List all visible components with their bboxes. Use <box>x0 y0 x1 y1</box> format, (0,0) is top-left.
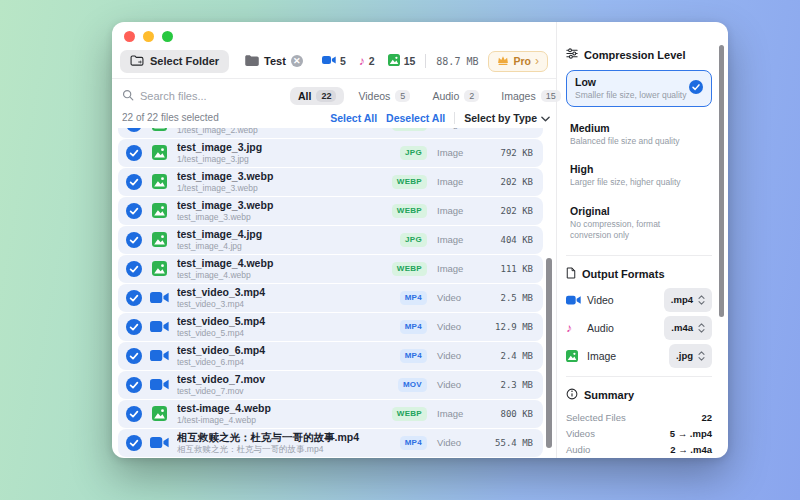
file-row[interactable]: test_image_3.webp 1/test_image_3.webp WE… <box>118 168 543 196</box>
file-pane: Select Folder Test ✕ 5 ♪ <box>112 22 556 458</box>
selected-folder-chip[interactable]: Test ✕ <box>245 55 303 68</box>
file-type: Image <box>437 176 481 187</box>
file-path: test_image_4.webp <box>177 270 387 281</box>
image-icon <box>388 54 400 68</box>
file-size: 12.9 MB <box>481 322 533 332</box>
image-file-icon <box>149 232 169 247</box>
image-file-icon <box>149 261 169 276</box>
video-file-icon <box>149 291 169 304</box>
stepper-chevrons-icon <box>698 319 705 337</box>
output-format-rows: ♪ Video .mp4 ♪ Audio .m4a ♪ Image .jpg <box>566 290 712 366</box>
summary-value: 5 → .mp4 <box>670 428 712 439</box>
filter-tab[interactable]: Audio 2 <box>424 87 487 105</box>
file-path: test_video_6.mp4 <box>177 357 387 368</box>
file-row[interactable]: test_video_6.mp4 test_video_6.mp4 MP4 Vi… <box>118 342 543 370</box>
compression-option[interactable]: Original No compression, format conversi… <box>566 203 712 243</box>
file-size: 800 KB <box>481 409 533 419</box>
file-list-scrollbar[interactable] <box>546 258 552 448</box>
file-row[interactable]: test_video_3.mp4 test_video_3.mp4 MP4 Vi… <box>118 284 543 312</box>
remove-folder-icon[interactable]: ✕ <box>291 55 303 67</box>
file-row[interactable]: test_image_3.jpg 1/test_image_3.jpg JPG … <box>118 139 543 167</box>
pro-badge[interactable]: Pro › <box>488 51 548 72</box>
format-select[interactable]: .mp4 <box>664 288 712 312</box>
file-row[interactable]: test-image_4.webp 1/test-image_4.webp WE… <box>118 400 543 428</box>
file-row[interactable]: test_image_4.webp test_image_4.webp WEBP… <box>118 255 543 283</box>
stepper-chevrons-icon <box>698 291 705 309</box>
file-checkbox[interactable] <box>126 319 142 335</box>
file-name: test_image_3.webp <box>177 170 387 183</box>
summary-row: Selected Files 22 <box>566 412 712 423</box>
file-name: 相互救赎之光：杜克与一哥的故事.mp4 <box>177 431 387 444</box>
tab-label: Videos <box>358 90 390 102</box>
file-type: Video <box>437 379 481 390</box>
file-row[interactable]: test_video_7.mov test_video_7.mov MOV Vi… <box>118 371 543 399</box>
sliders-icon <box>566 48 578 61</box>
file-size: 202 KB <box>481 177 533 187</box>
output-format-row: ♪ Audio .m4a <box>566 318 712 338</box>
summary-row: Videos 5 → .mp4 <box>566 428 712 439</box>
toolbar-divider <box>112 78 556 79</box>
format-badge: WEBP <box>392 128 427 131</box>
tab-count: 2 <box>464 90 479 102</box>
select-folder-button[interactable]: Select Folder <box>120 50 229 73</box>
summary-value: 2 → .m4a <box>670 444 712 455</box>
format-select[interactable]: .jpg <box>669 344 712 368</box>
deselect-all-button[interactable]: Deselect All <box>386 112 445 124</box>
app-window: Select Folder Test ✕ 5 ♪ <box>112 22 728 458</box>
chevron-down-icon <box>541 112 550 124</box>
compression-level-header: Compression Level <box>566 48 712 61</box>
format-badge: WEBP <box>392 175 427 189</box>
image-count: 15 <box>388 54 416 68</box>
file-checkbox[interactable] <box>126 232 142 248</box>
file-checkbox[interactable] <box>126 435 142 451</box>
file-checkbox[interactable] <box>126 261 142 277</box>
file-name: test-image_4.webp <box>177 402 387 415</box>
select-all-button[interactable]: Select All <box>330 112 377 124</box>
sidebar-scrollbar[interactable] <box>719 45 724 317</box>
file-name: test_image_4.webp <box>177 257 387 270</box>
file-row[interactable]: 相互救赎之光：杜克与一哥的故事.mp4 相互救赎之光：杜克与一哥的故事.mp4 … <box>118 429 543 457</box>
file-type: Image <box>437 263 481 274</box>
media-counts: 5 ♪ 2 15 <box>314 54 415 68</box>
file-checkbox[interactable] <box>126 128 142 132</box>
format-badge: WEBP <box>392 407 427 421</box>
option-description: Balanced file size and quality <box>570 136 688 147</box>
filter-tab[interactable]: Videos 5 <box>350 87 418 105</box>
file-path: 1/test_image_3.webp <box>177 183 387 194</box>
file-type: Video <box>437 350 481 361</box>
compression-option[interactable]: Low Smaller file size, lower quality <box>566 70 712 107</box>
file-checkbox[interactable] <box>126 377 142 393</box>
summary-header: Summary <box>566 388 712 402</box>
file-path: 相互救赎之光：杜克与一哥的故事.mp4 <box>177 444 387 455</box>
format-badge: JPG <box>400 146 427 160</box>
compression-option[interactable]: High Larger file size, higher quality <box>566 161 712 190</box>
file-row[interactable]: test_video_5.mp4 test_video_5.mp4 MP4 Vi… <box>118 313 543 341</box>
compression-option[interactable]: Medium Balanced file size and quality <box>566 120 712 149</box>
file-checkbox[interactable] <box>126 145 142 161</box>
file-checkbox[interactable] <box>126 290 142 306</box>
file-row[interactable]: test_image_2.webp 1/test_image_2.webp WE… <box>118 128 543 138</box>
file-path: test_video_3.mp4 <box>177 299 387 310</box>
file-row[interactable]: test_image_4.jpg test_image_4.jpg JPG Im… <box>118 226 543 254</box>
search-input[interactable] <box>140 90 290 102</box>
file-row[interactable]: test_image_3.webp test_image_3.webp WEBP… <box>118 197 543 225</box>
tab-count: 22 <box>316 90 336 102</box>
file-checkbox[interactable] <box>126 203 142 219</box>
tab-count: 5 <box>395 90 410 102</box>
file-checkbox[interactable] <box>126 406 142 422</box>
file-type: Image <box>437 408 481 419</box>
select-by-type-dropdown[interactable]: Select by Type <box>464 112 550 124</box>
image-file-icon <box>149 406 169 421</box>
format-label: Audio <box>587 322 664 334</box>
settings-sidebar: Compression Level Low Smaller file size,… <box>557 22 728 458</box>
total-size-label: 88.7 MB <box>436 56 478 67</box>
folder-open-icon <box>130 55 144 68</box>
filter-tabs: All 22 Videos 5 Audio 2 Images 15 <box>290 87 569 105</box>
folder-icon <box>245 55 259 68</box>
file-checkbox[interactable] <box>126 348 142 364</box>
file-type: Image <box>437 234 481 245</box>
filter-tab[interactable]: All 22 <box>290 87 344 105</box>
format-select[interactable]: .m4a <box>664 316 712 340</box>
file-checkbox[interactable] <box>126 174 142 190</box>
output-format-row: ♪ Video .mp4 <box>566 290 712 310</box>
